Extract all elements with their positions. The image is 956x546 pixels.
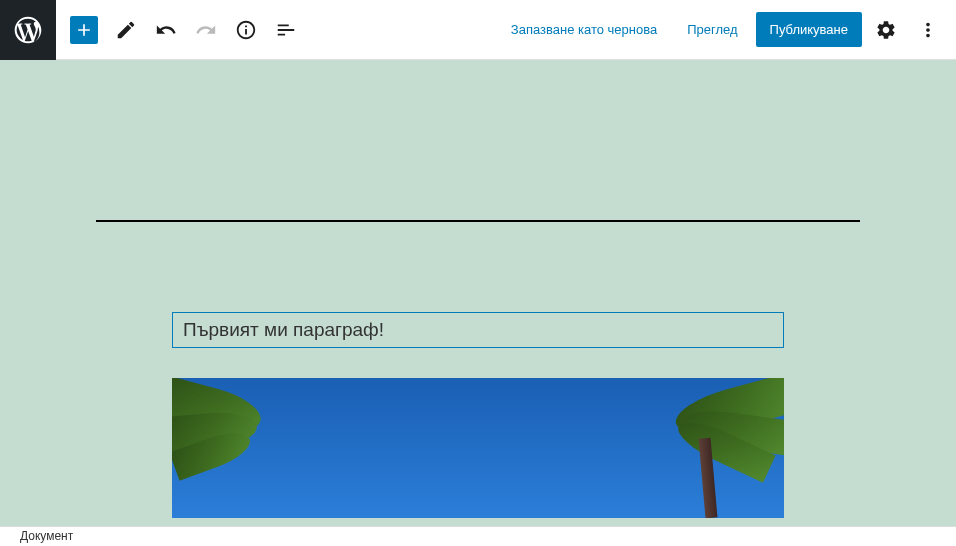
image-content <box>172 378 784 518</box>
toolbar-right-group: Запазване като чернова Преглед Публикува… <box>499 12 956 48</box>
outline-button[interactable] <box>268 12 304 48</box>
settings-button[interactable] <box>868 12 904 48</box>
edit-mode-button[interactable] <box>108 12 144 48</box>
undo-button[interactable] <box>148 12 184 48</box>
redo-button[interactable] <box>188 12 224 48</box>
info-button[interactable] <box>228 12 264 48</box>
pencil-icon <box>115 19 137 41</box>
palm-tree-left <box>172 378 292 518</box>
breadcrumb[interactable]: Документ <box>20 529 73 543</box>
editor-canvas[interactable]: Първият ми параграф! <box>0 60 956 526</box>
editor-toolbar: Запазване като чернова Преглед Публикува… <box>0 0 956 60</box>
info-icon <box>235 19 257 41</box>
toolbar-left-group <box>56 12 304 48</box>
wordpress-logo[interactable] <box>0 0 56 60</box>
list-view-icon <box>275 19 297 41</box>
status-bar: Документ <box>0 526 956 546</box>
title-separator <box>96 220 860 222</box>
image-block[interactable] <box>172 378 784 518</box>
kebab-icon <box>917 19 939 41</box>
paragraph-block[interactable]: Първият ми параграф! <box>172 312 784 348</box>
preview-button[interactable]: Преглед <box>675 14 749 45</box>
wordpress-icon <box>12 14 44 46</box>
publish-button[interactable]: Публикуване <box>756 12 862 47</box>
palm-tree-right <box>634 378 784 518</box>
gear-icon <box>875 19 897 41</box>
content-area: Първият ми параграф! <box>0 60 956 518</box>
plus-icon <box>74 20 94 40</box>
redo-icon <box>195 19 217 41</box>
add-block-button[interactable] <box>70 16 98 44</box>
more-options-button[interactable] <box>910 12 946 48</box>
undo-icon <box>155 19 177 41</box>
save-draft-button[interactable]: Запазване като чернова <box>499 14 669 45</box>
